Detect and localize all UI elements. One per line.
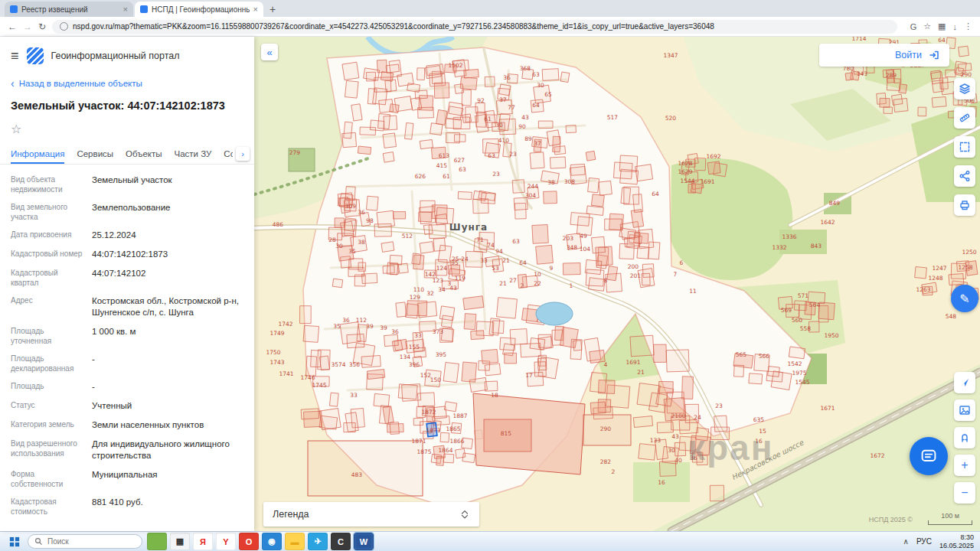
browser-tab[interactable]: Реестр извещений× <box>5 2 133 17</box>
tab-close-icon[interactable]: × <box>253 5 258 14</box>
taskbar-search[interactable]: Поиск <box>28 534 142 549</box>
parcel-number: 571 <box>798 292 809 299</box>
parcel-number: 30 <box>668 447 675 454</box>
info-fields: Вид объекта недвижимостиЗемельный участо… <box>0 165 254 516</box>
zoom-out-button[interactable]: − <box>954 482 975 504</box>
ruler-icon <box>959 112 971 124</box>
taskbar-app-blue-app[interactable]: ◉ <box>262 533 282 550</box>
field-label: Статус <box>11 400 84 412</box>
parcel-number: 613 <box>439 152 450 159</box>
cadastral-map[interactable]: 1502368366330659237776413475175206130904… <box>254 37 980 531</box>
tab-Части ЗУ[interactable]: Части ЗУ <box>175 144 212 164</box>
select-area-button[interactable] <box>954 136 975 158</box>
tab-Информация[interactable]: Информация <box>11 144 64 164</box>
language-indicator[interactable]: РУС <box>916 537 932 546</box>
login-button[interactable]: Войти <box>895 50 922 60</box>
tab-Объекты[interactable]: Объекты <box>126 144 162 164</box>
taskbar-apps: ▦ЯYO◉▬✈CW <box>147 533 374 550</box>
forward-icon[interactable]: → <box>23 21 32 32</box>
tab-Сост[interactable]: Сост <box>224 144 233 164</box>
toolbar-icon[interactable]: ☆ <box>923 21 931 31</box>
portal-logo-icon <box>27 47 44 64</box>
taskbar-app-opera[interactable]: O <box>239 533 259 550</box>
parcel-number: 36 <box>503 74 511 81</box>
taskbar-app-folder[interactable]: ▬ <box>285 533 305 550</box>
tab-close-icon[interactable]: × <box>123 5 128 14</box>
parcel-number: 1542 <box>787 360 802 367</box>
field-row: Вид объекта недвижимостиЗемельный участо… <box>11 174 243 194</box>
parcel-number: 200 <box>628 263 639 270</box>
toolbar-icon[interactable]: G <box>910 22 917 31</box>
parcel-number: 71 <box>476 236 484 243</box>
reload-icon[interactable]: ↻ <box>38 21 46 32</box>
taskbar-app-c-app[interactable]: C <box>331 533 351 550</box>
parcel-number: 1975 <box>792 370 806 377</box>
tab-Сервисы[interactable]: Сервисы <box>77 144 113 164</box>
parcel-number: 90 <box>518 123 526 130</box>
collapse-sidebar-button[interactable]: « <box>261 44 278 60</box>
parcel-number: 155 <box>409 344 420 350</box>
legend-bar[interactable]: Легенда <box>263 502 479 527</box>
toolbar-icon[interactable]: ▦ <box>938 21 946 31</box>
print-button[interactable] <box>954 194 975 216</box>
zoom-in-button[interactable]: + <box>954 455 975 476</box>
toolbar-icon[interactable]: ⋮ <box>964 21 972 31</box>
parcel-number: 16 <box>658 479 665 486</box>
back-link[interactable]: ‹ Назад в выделенные объекты <box>0 67 254 89</box>
parcel-number: 520 <box>665 115 677 122</box>
back-icon[interactable]: ← <box>8 21 17 32</box>
browser-tab-strip: Реестр извещений×НСПД | Геоинформационны… <box>0 0 980 17</box>
layers-button[interactable] <box>954 78 975 99</box>
parcel-number: 64 <box>652 191 659 197</box>
parcel-number: 1749 <box>270 330 284 337</box>
taskbar-app-scene[interactable] <box>147 533 167 550</box>
field-row: Площадь- <box>11 381 243 393</box>
start-button[interactable] <box>6 533 23 550</box>
field-label: Вид объекта недвижимости <box>11 174 84 194</box>
map-area[interactable]: 1502368366330659237776413475175206130904… <box>254 37 980 531</box>
parcel-number: 1671 <box>820 405 835 412</box>
taskbar-app-grid[interactable]: ▦ <box>170 533 190 550</box>
locate-button[interactable] <box>954 372 975 393</box>
parcel-number: 1347 <box>663 52 678 59</box>
new-tab-button[interactable]: + <box>265 2 280 17</box>
field-value: - <box>92 354 95 373</box>
tab-title: НСПД | Геоинформационный п <box>152 5 250 14</box>
taskbar-app-y-app[interactable]: Y <box>216 533 236 550</box>
legend-expand-icon[interactable] <box>459 508 470 520</box>
chat-button[interactable] <box>910 437 948 475</box>
site-info-icon[interactable] <box>60 22 68 31</box>
taskbar-app-telegram[interactable]: ✈ <box>308 533 328 550</box>
taskbar-app-word[interactable]: W <box>354 533 374 550</box>
clock[interactable]: 8:30 16.05.2025 <box>939 533 974 550</box>
parcel-number: 1247 <box>932 265 946 272</box>
village-label: Шунга <box>449 222 488 233</box>
login-icon[interactable] <box>928 49 940 61</box>
tabs-scroll-right-button[interactable]: › <box>236 147 250 161</box>
field-label: Площадь декларированная <box>11 354 84 373</box>
parcel-number: 244 <box>528 183 539 190</box>
field-label: Вид земельного участка <box>11 202 84 222</box>
menu-icon[interactable]: ≡ <box>11 48 19 64</box>
favorite-star-icon[interactable]: ☆ <box>11 122 243 136</box>
search-placeholder: Поиск <box>47 537 69 546</box>
share-button[interactable] <box>954 165 975 187</box>
field-value: Костромская обл., Костромской р-н, Шунге… <box>92 295 243 318</box>
draw-button[interactable]: ✎ <box>951 285 978 312</box>
snap-button[interactable] <box>954 427 975 448</box>
parcel-number: 8 <box>604 277 608 284</box>
browser-tab[interactable]: НСПД | Геоинформационный п× <box>135 2 263 17</box>
tray-expand-icon[interactable]: ∧ <box>903 537 909 546</box>
basemap-button[interactable] <box>954 399 975 421</box>
taskbar-app-yandex[interactable]: Я <box>193 533 213 550</box>
url-field[interactable]: nspd.gov.ru/map?thematic=PKK&zoom=16.115… <box>52 20 897 34</box>
parcel-number: 1873 <box>426 427 440 434</box>
toolbar-icon[interactable]: ↓ <box>953 22 958 31</box>
parcel-number: 124 <box>436 265 448 272</box>
ruler-button[interactable] <box>954 107 975 129</box>
map-nav-tools: + − <box>954 372 975 504</box>
field-value: Землепользование <box>92 202 171 222</box>
parcel-number: 1544 <box>680 178 694 184</box>
parcel-number: 548 <box>946 313 957 320</box>
parcel-number: 38 <box>547 179 555 186</box>
